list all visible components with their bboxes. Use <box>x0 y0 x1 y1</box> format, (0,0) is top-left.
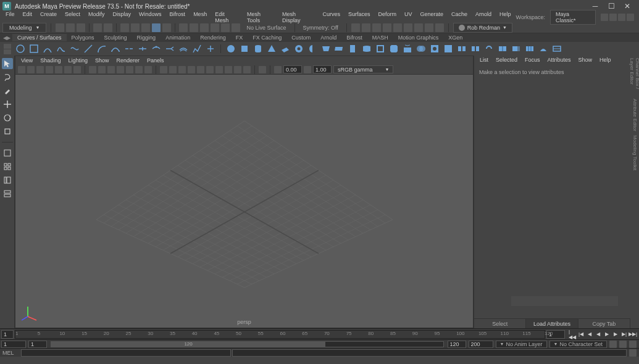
menu-edit-mesh[interactable]: Edit Mesh <box>212 11 242 23</box>
attr-menu-focus[interactable]: Focus <box>522 57 543 63</box>
menu-mesh[interactable]: Mesh <box>190 11 210 23</box>
attr-copy-button[interactable]: Copy Tab <box>578 319 630 328</box>
right-tab-channel-box-layer-editor[interactable]: Channel Box / Layer Editor <box>631 58 638 95</box>
layout-icon-1[interactable] <box>601 14 608 21</box>
anim-end-input[interactable] <box>469 341 493 348</box>
extend-surface-icon[interactable] <box>511 43 522 54</box>
snap-grid-icon[interactable] <box>179 23 188 32</box>
menu-surfaces[interactable]: Surfaces <box>345 11 374 23</box>
shelf-tab-up-icon[interactable] <box>4 44 11 49</box>
rebuild-curve-icon[interactable] <box>191 43 203 54</box>
cv-curve-icon[interactable] <box>56 43 67 54</box>
attr-menu-list[interactable]: List <box>477 57 491 63</box>
offset-curve-icon[interactable] <box>178 43 189 54</box>
isolate-select-icon[interactable] <box>259 66 266 73</box>
paint-select-tool[interactable] <box>2 85 13 96</box>
motion-blur-icon[interactable] <box>243 66 251 73</box>
panel-menu-show[interactable]: Show <box>92 57 112 64</box>
snap-plane-icon[interactable] <box>211 23 219 32</box>
menu-mesh-display[interactable]: Mesh Display <box>279 11 317 23</box>
gamma-input[interactable] <box>313 65 332 73</box>
shelf-tab-animation[interactable]: Animation <box>161 34 195 41</box>
nurbs-cube-icon[interactable] <box>239 43 250 54</box>
lasso-tool[interactable] <box>2 72 13 83</box>
auto-key-icon[interactable] <box>609 341 617 348</box>
shelf-tab-bifrost[interactable]: Bifrost <box>341 34 367 41</box>
attr-menu-selected[interactable]: Selected <box>493 57 520 63</box>
menu-windows[interactable]: Windows <box>136 11 165 23</box>
exposure-input[interactable] <box>283 65 302 73</box>
layout-icon-3[interactable] <box>618 14 625 21</box>
shelf-tab-sculpting[interactable]: Sculpting <box>99 34 132 41</box>
layout-persp-outliner[interactable] <box>2 175 13 186</box>
shelf-toggle-icon[interactable]: ◀▶ <box>2 35 11 41</box>
menu-deform[interactable]: Deform <box>375 11 399 23</box>
maximize-button[interactable]: ☐ <box>607 2 616 10</box>
select-camera-icon[interactable] <box>18 66 25 73</box>
play-forward-icon[interactable]: ▶ <box>603 331 611 338</box>
menu-bifrost[interactable]: Bifrost <box>167 11 189 23</box>
view-transform-dropdown[interactable]: sRGB gamma▼ <box>333 65 393 73</box>
attach-curve-icon[interactable] <box>123 43 135 54</box>
detach-surface-icon[interactable] <box>470 43 481 54</box>
shelf-tab-fx-caching[interactable]: FX Caching <box>248 34 286 41</box>
nurbs-cylinder-icon[interactable] <box>253 43 264 54</box>
viewport[interactable]: persp <box>15 75 473 328</box>
resolution-gate-icon[interactable] <box>107 66 115 73</box>
undo-icon[interactable] <box>93 23 102 32</box>
hypershade-icon[interactable] <box>383 23 391 32</box>
snap-view-icon[interactable] <box>221 23 230 32</box>
open-scene-icon[interactable] <box>66 23 75 32</box>
select-object-icon[interactable] <box>152 23 161 32</box>
step-back-key-icon[interactable]: |◀ <box>577 331 585 338</box>
render-icon[interactable] <box>351 23 360 32</box>
new-scene-icon[interactable] <box>56 23 64 32</box>
field-chart-icon[interactable] <box>126 66 133 73</box>
range-start-input[interactable] <box>28 341 47 348</box>
xray-joints-icon[interactable] <box>234 66 241 73</box>
shelf-tab-rendering[interactable]: Rendering <box>195 34 231 41</box>
menu-generate[interactable]: Generate <box>417 11 447 23</box>
wireframe-icon[interactable] <box>160 66 167 73</box>
open-close-icon[interactable] <box>483 43 495 54</box>
save-scene-icon[interactable] <box>77 23 85 32</box>
rotate-tool[interactable] <box>2 112 13 123</box>
step-forward-key-icon[interactable]: ▶| <box>620 331 628 338</box>
shelf-tab-motion-graphics[interactable]: Motion Graphics <box>393 34 444 41</box>
go-to-end-icon[interactable]: ▶▶| <box>629 331 637 338</box>
extrude-surface-icon[interactable] <box>348 43 359 54</box>
step-back-icon[interactable]: ◀ <box>586 331 593 338</box>
intersect-icon[interactable] <box>416 43 427 54</box>
range-bar[interactable]: 120 <box>51 341 444 347</box>
trim-icon[interactable] <box>429 43 440 54</box>
start-frame-input[interactable] <box>1 330 14 339</box>
bookmark-icon[interactable] <box>46 66 53 73</box>
menu-file[interactable]: File <box>2 11 18 23</box>
select-tool[interactable] <box>2 58 13 69</box>
snap-live-icon[interactable] <box>232 23 240 32</box>
shelf-tab-mash[interactable]: MASH <box>367 34 393 41</box>
pencil-curve-icon[interactable] <box>83 43 94 54</box>
attr-menu-attributes[interactable]: Attributes <box>545 57 574 63</box>
three-point-arc-icon[interactable] <box>110 43 121 54</box>
menu-uv[interactable]: UV <box>401 11 416 23</box>
go-to-start-icon[interactable]: |◀◀ <box>569 331 576 338</box>
grease-pencil-icon[interactable] <box>73 66 81 73</box>
shelf-tab-down-icon[interactable] <box>4 49 11 54</box>
menu-modify[interactable]: Modify <box>85 11 108 23</box>
nurbs-circle-icon[interactable] <box>15 43 26 54</box>
character-set-dropdown[interactable]: ▼No Character Set <box>549 341 607 348</box>
loft-icon[interactable] <box>320 43 332 54</box>
boundary-icon[interactable] <box>375 43 386 54</box>
move-tool[interactable] <box>2 99 13 110</box>
ep-curve-icon[interactable] <box>42 43 53 54</box>
extend-curve-icon[interactable] <box>164 43 175 54</box>
grid-icon[interactable] <box>89 66 96 73</box>
xray-icon[interactable] <box>225 66 232 73</box>
attr-load-button[interactable]: Load Attributes <box>526 319 578 328</box>
range-end-input[interactable] <box>448 341 466 348</box>
camera-attr-icon[interactable] <box>36 66 44 73</box>
snap-point-icon[interactable] <box>200 23 209 32</box>
close-button[interactable]: ✕ <box>623 2 632 10</box>
planar-icon[interactable] <box>334 43 345 54</box>
